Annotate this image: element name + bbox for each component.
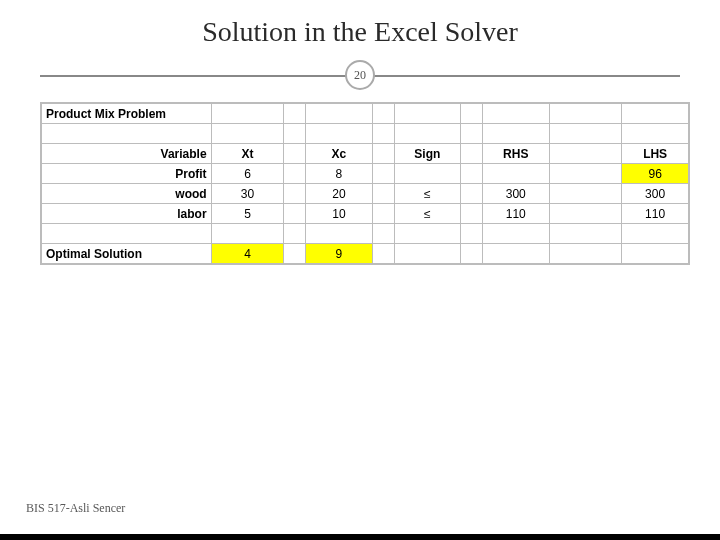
col-xt: Xt xyxy=(211,144,284,164)
title-divider: 20 xyxy=(40,60,680,90)
header-row: Variable Xt Xc Sign RHS LHS xyxy=(42,144,689,164)
slide-footer: BIS 517-Asli Sencer xyxy=(26,501,125,516)
col-sign: Sign xyxy=(394,144,461,164)
col-rhs: RHS xyxy=(482,144,549,164)
col-variable: Variable xyxy=(42,144,212,164)
profit-lhs: 96 xyxy=(622,164,689,184)
optimal-row: Optimal Solution 4 9 xyxy=(42,244,689,264)
wood-lhs: 300 xyxy=(622,184,689,204)
col-lhs: LHS xyxy=(622,144,689,164)
profit-row: Profit 6 8 96 xyxy=(42,164,689,184)
labor-xt: 5 xyxy=(211,204,284,224)
blank-row-2 xyxy=(42,224,689,244)
heading-row: Product Mix Problem xyxy=(42,104,689,124)
col-xc: Xc xyxy=(306,144,373,164)
page-title: Solution in the Excel Solver xyxy=(0,0,720,60)
labor-label: labor xyxy=(42,204,212,224)
wood-xt: 30 xyxy=(211,184,284,204)
profit-label: Profit xyxy=(42,164,212,184)
profit-xt: 6 xyxy=(211,164,284,184)
slide-number-badge: 20 xyxy=(345,60,375,90)
optimal-xt: 4 xyxy=(211,244,284,264)
labor-row: labor 5 10 ≤ 110 110 xyxy=(42,204,689,224)
profit-xc: 8 xyxy=(306,164,373,184)
labor-rhs: 110 xyxy=(482,204,549,224)
optimal-xc: 9 xyxy=(306,244,373,264)
wood-rhs: 300 xyxy=(482,184,549,204)
slide: Solution in the Excel Solver 20 Product … xyxy=(0,0,720,534)
labor-lhs: 110 xyxy=(622,204,689,224)
labor-xc: 10 xyxy=(306,204,373,224)
wood-xc: 20 xyxy=(306,184,373,204)
wood-row: wood 30 20 ≤ 300 300 xyxy=(42,184,689,204)
optimal-label: Optimal Solution xyxy=(42,244,212,264)
labor-sign: ≤ xyxy=(394,204,461,224)
wood-sign: ≤ xyxy=(394,184,461,204)
spreadsheet: Product Mix Problem Variable Xt Xc Sign … xyxy=(40,102,690,265)
blank-row xyxy=(42,124,689,144)
wood-label: wood xyxy=(42,184,212,204)
spreadsheet-table: Product Mix Problem Variable Xt Xc Sign … xyxy=(41,103,689,264)
sheet-heading: Product Mix Problem xyxy=(42,104,212,124)
